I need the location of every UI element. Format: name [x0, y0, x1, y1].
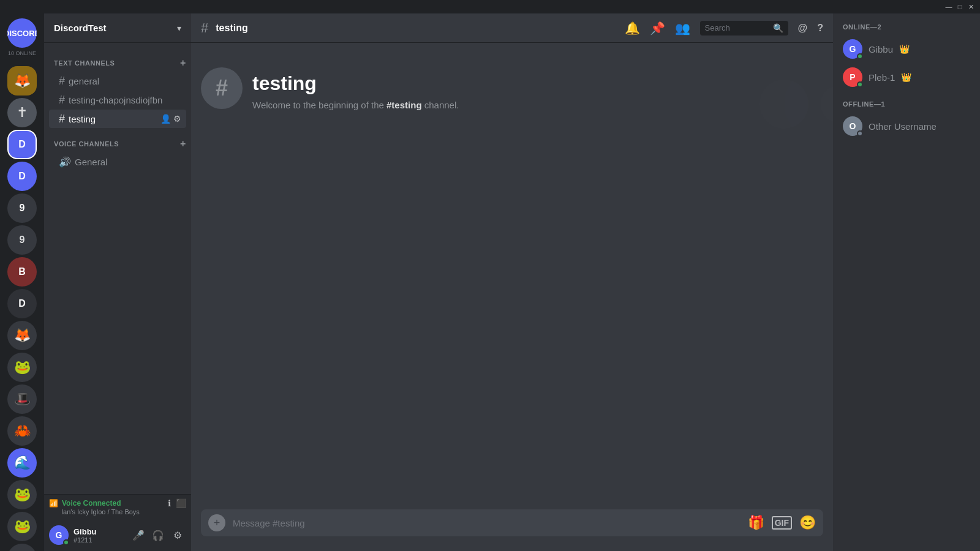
discord-logo: DISCORD — [7, 29, 37, 38]
online-section-title: ONLINE—2 — [838, 23, 975, 31]
channel-header-actions: 🔔 📌 👥 🔍 @ ? — [625, 21, 823, 36]
add-member-icon[interactable]: 👤 — [160, 114, 171, 124]
notifications-icon[interactable]: 🔔 — [625, 21, 640, 36]
server-icon-1[interactable]: 🦊 — [7, 66, 37, 96]
voice-connected-label: Voice Connected — [62, 499, 121, 508]
add-text-channel-button[interactable]: + — [180, 58, 186, 69]
server-icon-7[interactable]: B — [7, 257, 37, 287]
user-discriminator: #1211 — [74, 536, 125, 544]
welcome-title: testing — [252, 72, 459, 95]
member-name-otherusername: Other Username — [869, 121, 937, 132]
server-sidebar: DISCORD 10 ONLINE 🦊 ✝ D D 9 9 B D — [0, 13, 44, 551]
server-icon-discordtest[interactable]: D — [7, 130, 37, 159]
gift-icon[interactable]: 🎁 — [748, 515, 764, 531]
voice-channel-sublabel: Ian's Icky Igloo / The Boys — [49, 508, 186, 515]
server-icon-16[interactable]: 🐸 — [7, 544, 37, 551]
server-icon-6[interactable]: 9 — [7, 225, 37, 255]
message-input-box: + 🎁 GIF 😊 — [201, 509, 823, 536]
search-icon: 🔍 — [773, 23, 783, 33]
server-icon-5[interactable]: 9 — [7, 193, 37, 223]
server-icon-4[interactable]: D — [7, 162, 37, 191]
server-icon-12[interactable]: 🦀 — [7, 416, 37, 446]
deafen-button[interactable]: 🎧 — [149, 527, 167, 544]
chat-area: # testing Welcome to the beginning of th… — [191, 43, 833, 509]
channel-name-general: general — [69, 76, 99, 86]
server-icon-13[interactable]: 🌊 — [7, 448, 37, 478]
chat-messages: # testing Welcome to the beginning of th… — [191, 43, 833, 135]
emoji-icon[interactable]: 😊 — [799, 515, 816, 531]
channel-item-general[interactable]: # general — [49, 72, 186, 90]
member-item-otherusername[interactable]: O Other Username — [838, 113, 975, 140]
help-icon[interactable]: ? — [817, 23, 823, 34]
channel-settings-icon[interactable]: ⚙ — [173, 114, 181, 124]
server-icon-14[interactable]: 🐸 — [7, 480, 37, 509]
message-actions: 🎁 GIF 😊 — [748, 515, 816, 531]
server-icon-10[interactable]: 🐸 — [7, 353, 37, 382]
server-icon-8[interactable]: D — [7, 289, 37, 318]
server-icon-11[interactable]: 🎩 — [7, 384, 37, 414]
voice-channel-icon: 🔊 — [59, 156, 71, 168]
offline-members-section: OFFLINE—1 O Other Username — [838, 100, 975, 140]
member-avatar-otherusername: O — [843, 116, 862, 136]
gibbu-badge: 👑 — [899, 44, 910, 54]
members-sidebar: ONLINE—2 G Gibbu 👑 P Pleb-1 👑 OFFLIN — [833, 13, 980, 551]
online-count-area: 10 ONLINE — [8, 50, 36, 56]
channel-header: # testing 🔔 📌 👥 🔍 @ ? — [191, 13, 833, 43]
voice-channels-category[interactable]: VOICE CHANNELS + — [44, 129, 191, 152]
server-header[interactable]: DiscordTest ▾ — [44, 13, 191, 43]
offline-section-title: OFFLINE—1 — [838, 100, 975, 108]
voice-status-row: 📶 Voice Connected ℹ ⬛ — [49, 498, 186, 508]
voice-screen-icon[interactable]: ⬛ — [176, 498, 186, 508]
pin-icon[interactable]: 📌 — [650, 21, 665, 36]
members-icon[interactable]: 👥 — [675, 21, 690, 36]
member-name-gibbu: Gibbu — [869, 44, 893, 54]
member-item-gibbu[interactable]: G Gibbu 👑 — [838, 36, 975, 62]
search-input[interactable] — [705, 23, 771, 32]
channel-header-name: testing — [216, 23, 247, 34]
message-add-button[interactable]: + — [208, 514, 225, 531]
voice-channel-name-general: General — [75, 157, 107, 167]
server-icon-15[interactable]: 🐸 — [7, 512, 37, 541]
message-input-area: + 🎁 GIF 😊 — [191, 509, 833, 551]
voice-info-icon[interactable]: ℹ — [168, 498, 171, 508]
at-icon[interactable]: @ — [798, 23, 808, 34]
voice-channels-label: VOICE CHANNELS — [54, 140, 119, 148]
text-channels-category[interactable]: TEXT CHANNELS + — [44, 48, 191, 71]
user-avatar: G — [49, 525, 69, 545]
bottom-sidebar: 📶 Voice Connected ℹ ⬛ Ian's Icky Igloo /… — [44, 494, 191, 551]
otherusername-status-dot — [857, 130, 863, 137]
welcome-channel-icon: # — [201, 67, 243, 109]
server-icon-9[interactable]: 🦊 — [7, 321, 37, 350]
titlebar-controls: — □ ✕ — [944, 2, 975, 11]
add-voice-channel-button[interactable]: + — [180, 138, 186, 149]
close-button[interactable]: ✕ — [967, 2, 975, 11]
channel-hash-icon: # — [59, 75, 65, 86]
minimize-button[interactable]: — — [944, 2, 953, 11]
message-input[interactable] — [233, 511, 741, 536]
welcome-desc-prefix: Welcome to the beginning of the — [252, 100, 386, 110]
channel-item-vc-general[interactable]: 🔊 General — [49, 152, 186, 171]
member-item-pleb1[interactable]: P Pleb-1 👑 — [838, 64, 975, 91]
channel-sidebar: DiscordTest ▾ TEXT CHANNELS + # general … — [44, 13, 191, 551]
home-server-icon[interactable]: DISCORD — [7, 18, 37, 48]
channel-header-hash-icon: # — [201, 21, 208, 35]
maximize-button[interactable]: □ — [956, 2, 964, 11]
channel-item-testing[interactable]: # testing 👤 ⚙ — [49, 110, 186, 128]
channel-hash-icon-2: # — [59, 94, 65, 105]
channel-item-testing-chap[interactable]: # testing-chapojnsdiojfbn — [49, 91, 186, 109]
user-settings-button[interactable]: ⚙ — [169, 527, 186, 544]
search-bar[interactable]: 🔍 — [700, 21, 788, 36]
server-icon-2[interactable]: ✝ — [7, 98, 37, 127]
welcome-channel-mention: #testing — [386, 100, 422, 110]
pleb1-status-dot — [857, 81, 863, 88]
mute-button[interactable]: 🎤 — [130, 527, 147, 544]
username-display: Gibbu — [74, 527, 125, 536]
welcome-desc-suffix: channel. — [424, 100, 459, 110]
user-info: Gibbu #1211 — [74, 527, 125, 544]
online-members-section: ONLINE—2 G Gibbu 👑 P Pleb-1 👑 — [838, 23, 975, 91]
online-count: 10 ONLINE — [8, 50, 36, 56]
channel-hash-icon-3: # — [59, 113, 65, 124]
server-name: DiscordTest — [54, 23, 107, 33]
gif-button[interactable]: GIF — [772, 516, 792, 530]
user-avatar-text: G — [56, 530, 62, 540]
